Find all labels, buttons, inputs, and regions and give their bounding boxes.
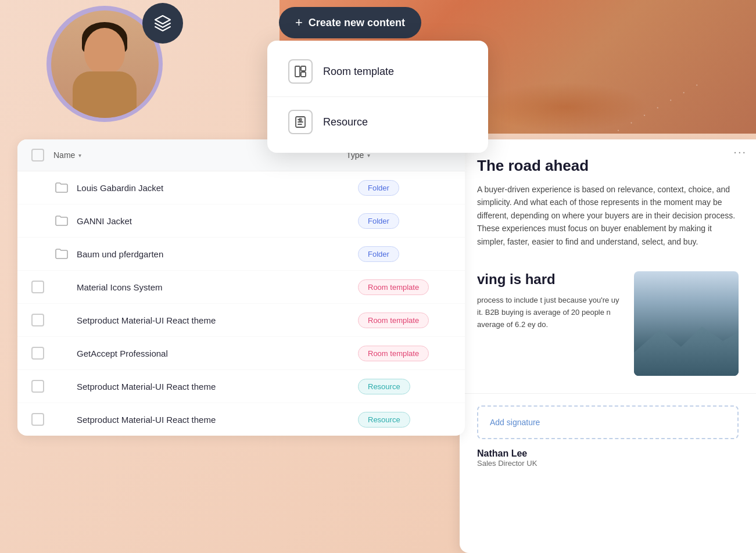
resource-icon — [288, 110, 313, 134]
table-row: Material Icons System Room template — [17, 271, 465, 304]
article-text-1: A buyer-driven experience is based on re… — [477, 183, 739, 248]
row-name-1: Louis Gabardin Jacket — [77, 183, 358, 193]
row-badge-6: Room template — [358, 346, 451, 361]
table-row: GetAccept Professional Room template — [17, 337, 465, 370]
row-badge-7: Resource — [358, 379, 451, 394]
signature-box[interactable]: Add signature — [477, 405, 739, 439]
article-section-1: The road ahead A buyer-driven experience… — [460, 139, 756, 260]
no-icon-7 — [53, 378, 70, 394]
more-options-icon[interactable]: ··· — [733, 145, 747, 159]
table-row: Setproduct Material-UI React theme Resou… — [17, 403, 465, 436]
name-sort-icon: ▾ — [78, 152, 81, 159]
type-sort-icon: ▾ — [367, 152, 370, 159]
table-row: Setproduct Material-UI React theme Room … — [17, 304, 465, 337]
badge-folder-2: Folder — [358, 213, 399, 229]
no-icon-6 — [53, 345, 70, 361]
layers-icon — [153, 13, 173, 33]
badge-room-6: Room template — [358, 346, 429, 361]
signer-name: Nathan Lee — [477, 448, 739, 459]
row-badge-3: Folder — [358, 246, 451, 262]
plus-icon: + — [295, 15, 303, 30]
table-row: Setproduct Material-UI React theme Resou… — [17, 370, 465, 403]
room-template-label: Room template — [323, 66, 394, 78]
no-icon-4 — [53, 279, 70, 295]
row-checkbox-5[interactable] — [31, 314, 44, 326]
article-title-2: ving is hard — [477, 271, 622, 288]
table-row: Louis Gabardin Jacket Folder — [17, 171, 465, 204]
row-badge-4: Room template — [358, 279, 451, 295]
room-template-icon — [288, 59, 313, 84]
row-name-2: GANNI Jacket — [77, 216, 358, 226]
resource-label: Resource — [323, 116, 368, 128]
row-badge-1: Folder — [358, 180, 451, 196]
name-col-label: Name — [53, 150, 75, 160]
badge-folder-1: Folder — [358, 180, 399, 196]
article-section-2: ving is hard process to include t just b… — [460, 260, 756, 387]
mountain-image — [634, 271, 739, 376]
row-name-5: Setproduct Material-UI React theme — [77, 315, 358, 325]
avatar-body — [73, 71, 137, 118]
row-checkbox-7[interactable] — [31, 380, 44, 393]
article-text-2: process to include t just because you're… — [477, 295, 622, 331]
folder-icon-2 — [53, 213, 70, 229]
folder-icon-1 — [53, 179, 70, 196]
signer-title: Sales Director UK — [477, 459, 739, 468]
table-row: Baum und pferdgarten Folder — [17, 238, 465, 271]
article-panel: ··· The road ahead A buyer-driven experi… — [460, 139, 756, 553]
row-name-6: GetAccept Professional — [77, 349, 358, 358]
create-new-content-button[interactable]: + Create new content — [279, 7, 421, 38]
table-panel: Name ▾ Type ▾ Louis Gabardin Jacket Fold… — [17, 139, 465, 436]
dropdown-item-room-template[interactable]: Room template — [272, 49, 483, 94]
row-name-7: Setproduct Material-UI React theme — [77, 382, 358, 392]
signature-section: Add signature Nathan Lee Sales Director … — [460, 393, 756, 479]
layers-badge[interactable] — [142, 3, 183, 44]
avatar-head — [84, 28, 125, 74]
row-checkbox-4[interactable] — [31, 281, 44, 293]
table-row: GANNI Jacket Folder — [17, 204, 465, 238]
folder-icon-3 — [53, 246, 70, 262]
row-badge-5: Room template — [358, 313, 451, 328]
badge-folder-3: Folder — [358, 246, 399, 262]
room-template-svg — [294, 65, 307, 78]
resource-svg — [294, 116, 307, 128]
article-section-2-text: ving is hard process to include t just b… — [460, 260, 634, 387]
svg-rect-0 — [295, 66, 300, 77]
dropdown-divider — [267, 96, 488, 97]
add-signature-label: Add signature — [490, 418, 540, 427]
row-name-8: Setproduct Material-UI React theme — [77, 415, 358, 425]
row-checkbox-6[interactable] — [31, 347, 44, 360]
badge-resource-7: Resource — [358, 379, 410, 394]
row-checkbox-8[interactable] — [31, 413, 44, 426]
article-title-1: The road ahead — [477, 157, 739, 175]
row-badge-2: Folder — [358, 213, 451, 229]
dropdown-item-resource[interactable]: Resource — [272, 99, 483, 145]
header-checkbox[interactable] — [31, 149, 44, 161]
create-button-label: Create new content — [309, 17, 405, 29]
no-icon-8 — [53, 411, 70, 428]
badge-room-5: Room template — [358, 313, 429, 328]
svg-rect-1 — [301, 66, 306, 71]
row-badge-8: Resource — [358, 412, 451, 428]
signature-name: Nathan Lee Sales Director UK — [477, 448, 739, 468]
row-name-4: Material Icons System — [77, 282, 358, 292]
badge-resource-8: Resource — [358, 412, 410, 428]
row-name-3: Baum und pferdgarten — [77, 249, 358, 259]
svg-rect-2 — [301, 72, 306, 77]
badge-room-4: Room template — [358, 279, 429, 295]
dropdown-menu: Room template Resource — [267, 41, 488, 153]
no-icon-5 — [53, 312, 70, 328]
